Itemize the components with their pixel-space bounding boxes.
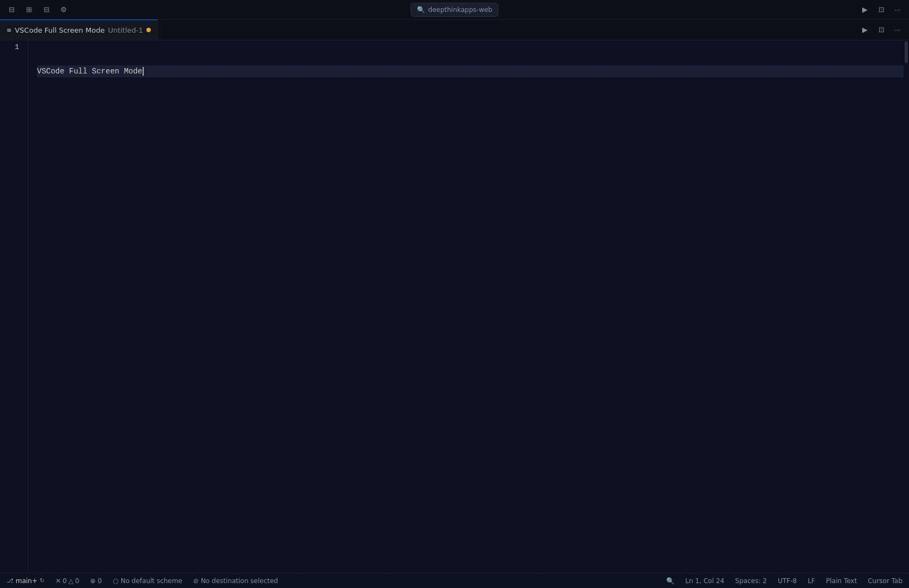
branch-item[interactable]: ⎇ main+ ↻ bbox=[4, 574, 47, 587]
search-icon: 🔍 bbox=[417, 6, 425, 14]
scheme-icon: ○ bbox=[113, 577, 118, 585]
line-ending-item[interactable]: LF bbox=[806, 574, 818, 587]
warning-icon: △ bbox=[69, 577, 73, 585]
no-dest-item[interactable]: ⊘ No destination selected bbox=[191, 574, 280, 587]
run-button[interactable]: ▶ bbox=[858, 4, 872, 16]
editor-tab[interactable]: ≡ VSCode Full Screen Mode Untitled-1 bbox=[0, 20, 158, 40]
sync-icon: ↻ bbox=[40, 577, 45, 584]
tab-icon: ≡ bbox=[7, 27, 11, 34]
no-scheme-item[interactable]: ○ No default scheme bbox=[110, 574, 185, 587]
dest-icon: ⊘ bbox=[193, 577, 199, 585]
scrollbar-right[interactable] bbox=[904, 40, 909, 573]
layout2-button[interactable]: ⊟ bbox=[39, 4, 53, 16]
no-dest-label: No destination selected bbox=[201, 577, 278, 585]
unsaved-dot bbox=[146, 28, 151, 32]
title-bar-right: ▶ ⊡ ··· bbox=[839, 4, 905, 16]
errors-item[interactable]: ✕ 0 △ 0 bbox=[53, 574, 82, 587]
search-status-icon: 🔍 bbox=[666, 577, 674, 585]
layout1-button[interactable]: ⊞ bbox=[22, 4, 36, 16]
spaces-item[interactable]: Spaces: 2 bbox=[733, 574, 769, 587]
warning-count: 0 bbox=[75, 577, 79, 585]
branch-name: main+ bbox=[16, 577, 38, 585]
error-icon: ✕ bbox=[56, 577, 61, 585]
text-cursor bbox=[143, 67, 144, 76]
line-ending-label: LF bbox=[808, 577, 815, 585]
sidebar-toggle-button[interactable]: ⊟ bbox=[4, 4, 19, 16]
tab-bar: ≡ VSCode Full Screen Mode Untitled-1 ▶ ⊡… bbox=[0, 20, 909, 40]
run-icon-right[interactable]: ▶ bbox=[858, 24, 872, 36]
tab-bar-right: ▶ ⊡ ··· bbox=[858, 24, 909, 36]
scrollbar-thumb bbox=[905, 41, 908, 63]
line-number-1: 1 bbox=[0, 41, 19, 53]
cursor-tab-item[interactable]: Cursor Tab bbox=[865, 574, 905, 587]
status-left: ⎇ main+ ↻ ✕ 0 △ 0 ⊕ 0 ○ No default schem… bbox=[4, 574, 280, 587]
settings-button[interactable]: ⚙ bbox=[57, 4, 71, 16]
line-numbers: 1 bbox=[0, 40, 28, 573]
language-item[interactable]: Plain Text bbox=[824, 574, 859, 587]
status-right: 🔍 Ln 1, Col 24 Spaces: 2 UTF-8 LF Plain … bbox=[664, 574, 905, 587]
code-line-1: VSCode Full Screen Mode bbox=[37, 65, 904, 77]
editor-area: 1 VSCode Full Screen Mode bbox=[0, 40, 909, 573]
ln-col-item[interactable]: Ln 1, Col 24 bbox=[683, 574, 727, 587]
title-bar-left: ⊟ ⊞ ⊟ ⚙ bbox=[4, 4, 102, 16]
spaces-label: Spaces: 2 bbox=[735, 577, 767, 585]
more-button[interactable]: ··· bbox=[890, 4, 905, 16]
tab-filename: Untitled-1 bbox=[108, 26, 143, 34]
port-count: 0 bbox=[98, 577, 102, 585]
tab-name: VSCode Full Screen Mode bbox=[15, 26, 105, 34]
editor-content[interactable]: VSCode Full Screen Mode bbox=[28, 40, 904, 573]
status-bar: ⎇ main+ ↻ ✕ 0 △ 0 ⊕ 0 ○ No default schem… bbox=[0, 573, 909, 588]
encoding-item[interactable]: UTF-8 bbox=[776, 574, 799, 587]
no-scheme-label: No default scheme bbox=[121, 577, 182, 585]
search-bar[interactable]: 🔍 deepthinkapps-web bbox=[411, 3, 499, 17]
encoding-label: UTF-8 bbox=[778, 577, 797, 585]
more-icon-right[interactable]: ··· bbox=[890, 24, 905, 36]
search-status-item[interactable]: 🔍 bbox=[664, 574, 677, 587]
code-text-1: VSCode Full Screen Mode bbox=[37, 65, 142, 77]
error-count: 0 bbox=[63, 577, 67, 585]
ports-item[interactable]: ⊕ 0 bbox=[88, 574, 105, 587]
title-bar: ⊟ ⊞ ⊟ ⚙ ← → 🔍 deepthinkapps-web ▶ ⊡ ··· bbox=[0, 0, 909, 20]
split-button[interactable]: ⊡ bbox=[874, 4, 888, 16]
search-text: deepthinkapps-web bbox=[428, 6, 493, 14]
language-label: Plain Text bbox=[826, 577, 857, 585]
ln-col-label: Ln 1, Col 24 bbox=[685, 577, 724, 585]
git-icon: ⎇ bbox=[7, 577, 14, 584]
cursor-tab-label: Cursor Tab bbox=[868, 577, 902, 585]
tab-bar-left: ≡ VSCode Full Screen Mode Untitled-1 bbox=[0, 20, 158, 40]
port-icon: ⊕ bbox=[90, 577, 96, 585]
split-icon-right[interactable]: ⊡ bbox=[874, 24, 888, 36]
